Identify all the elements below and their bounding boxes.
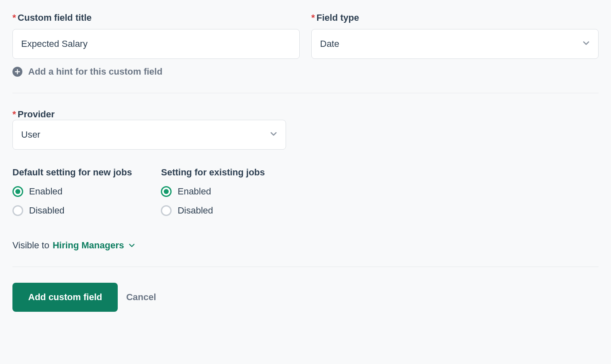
- radio-label: Disabled: [29, 205, 65, 216]
- radio-label: Disabled: [177, 205, 213, 216]
- field-type-group: *Field type Date: [311, 12, 599, 59]
- chevron-down-icon: [128, 242, 136, 249]
- section-divider: [12, 93, 599, 93]
- existing-setting-group: Setting for existing jobs Enabled Disabl…: [161, 167, 265, 224]
- existing-disabled-option[interactable]: Disabled: [161, 205, 265, 216]
- cancel-button[interactable]: Cancel: [126, 292, 156, 303]
- custom-field-title-group: *Custom field title: [12, 12, 300, 59]
- provider-select[interactable]: User: [12, 120, 286, 150]
- visibility-prefix: Visible to: [12, 240, 49, 251]
- radio-label: Enabled: [29, 186, 63, 197]
- radio-label: Enabled: [177, 186, 211, 197]
- radio-icon: [12, 205, 23, 216]
- label-text: Provider: [18, 109, 55, 119]
- field-type-label: *Field type: [311, 12, 599, 23]
- radio-icon: [161, 186, 172, 197]
- field-type-select[interactable]: Date: [311, 29, 599, 59]
- visibility-value: Hiring Managers: [53, 240, 124, 251]
- provider-label: *Provider: [12, 109, 55, 119]
- form-actions: Add custom field Cancel: [12, 283, 599, 312]
- label-text: Custom field title: [18, 12, 92, 23]
- visibility-dropdown[interactable]: Hiring Managers: [53, 240, 136, 251]
- required-asterisk: *: [311, 12, 315, 23]
- add-hint-link[interactable]: Add a hint for this custom field: [12, 66, 599, 77]
- default-setting-group: Default setting for new jobs Enabled Dis…: [12, 167, 132, 224]
- plus-circle-icon: [12, 67, 22, 77]
- visibility-row: Visible to Hiring Managers: [12, 240, 599, 251]
- section-divider: [12, 267, 599, 267]
- default-disabled-option[interactable]: Disabled: [12, 205, 132, 216]
- provider-value: User: [21, 129, 40, 140]
- required-asterisk: *: [12, 109, 16, 119]
- required-asterisk: *: [12, 12, 16, 23]
- default-enabled-option[interactable]: Enabled: [12, 186, 132, 197]
- add-hint-text: Add a hint for this custom field: [28, 66, 162, 77]
- radio-icon: [161, 205, 172, 216]
- provider-group: *Provider User: [12, 109, 599, 150]
- custom-field-title-label: *Custom field title: [12, 12, 300, 23]
- custom-field-title-input[interactable]: [12, 29, 300, 59]
- default-setting-heading: Default setting for new jobs: [12, 167, 132, 178]
- existing-setting-heading: Setting for existing jobs: [161, 167, 265, 178]
- field-type-value: Date: [320, 39, 339, 49]
- label-text: Field type: [317, 12, 359, 23]
- radio-icon: [12, 186, 23, 197]
- add-custom-field-button[interactable]: Add custom field: [12, 283, 118, 312]
- existing-enabled-option[interactable]: Enabled: [161, 186, 265, 197]
